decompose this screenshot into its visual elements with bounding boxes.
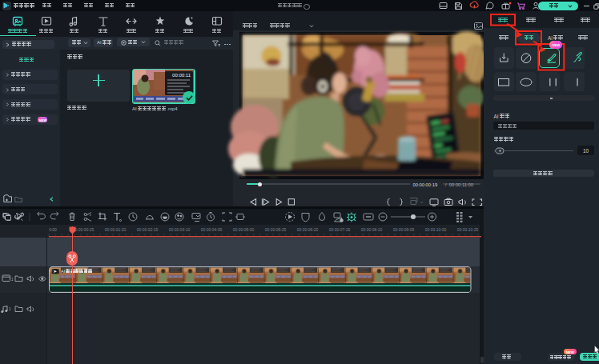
svg-text:00:00:09:05: 00:00:09:05 bbox=[393, 227, 415, 232]
svg-text:00:00:08:10: 00:00:08:10 bbox=[361, 227, 383, 232]
svg-text:00:00:05:00: 00:00:05:00 bbox=[233, 227, 255, 232]
svg-text:00:00:07:15: 00:00:07:15 bbox=[329, 227, 351, 232]
svg-text:00:00:10:00: 00:00:10:00 bbox=[425, 227, 447, 232]
svg-text:00:00:04:05: 00:00:04:05 bbox=[201, 227, 223, 232]
svg-text:00:00:01:20: 00:00:01:20 bbox=[105, 227, 127, 232]
svg-text:00:00:06:20: 00:00:06:20 bbox=[297, 227, 319, 232]
svg-text:00:00:00:25: 00:00:00:25 bbox=[73, 227, 94, 232]
svg-text:00:00:02:15: 00:00:02:15 bbox=[137, 227, 159, 232]
svg-text:1: 1 bbox=[9, 307, 11, 311]
svg-text:00:00:05:25: 00:00:05:25 bbox=[265, 227, 287, 232]
svg-text:00:00:10:25: 00:00:10:25 bbox=[457, 227, 479, 232]
svg-text:1: 1 bbox=[11, 278, 14, 282]
svg-text:00:00:03:10: 00:00:03:10 bbox=[169, 227, 191, 232]
svg-text:00:00:11: 00:00:11 bbox=[172, 73, 191, 78]
svg-text:0:00: 0:00 bbox=[49, 227, 57, 232]
